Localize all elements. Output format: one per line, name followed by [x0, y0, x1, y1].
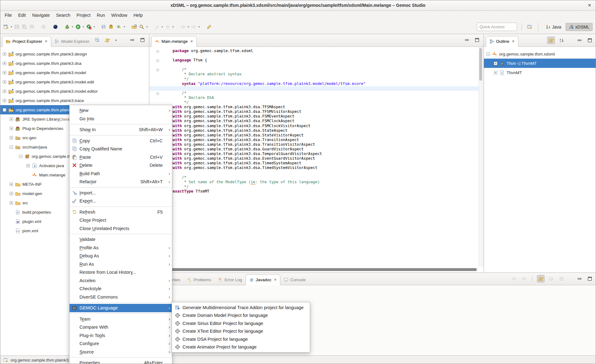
submenu-item-create-dsa-project[interactable]: Create DSA Project for language	[172, 335, 310, 343]
code-line[interactable]: with org.gemoc.sample.tfsm.plaink3.dsa.S…	[149, 133, 479, 138]
code-line[interactable]: /*	[149, 91, 479, 95]
code-line[interactable]: with org.gemoc.sample.tfsm.plaink3.dsa.T…	[149, 138, 479, 142]
bottom-tab-error-log[interactable]: Error Log	[215, 275, 246, 285]
menu-item-plug-in-tools[interactable]: Plug-in Tools›	[70, 331, 172, 340]
tree-expander-icon[interactable]: −	[10, 145, 13, 149]
tab-close-icon[interactable]: ✕	[190, 39, 193, 43]
menu-item-debug-as[interactable]: Debug As›	[70, 252, 172, 260]
menu-item-gemoc-language[interactable]: GEMOC Language›	[70, 304, 172, 312]
forward-dropdown[interactable]: ▾	[197, 25, 201, 28]
minimize-button[interactable]	[463, 37, 470, 43]
collapse-all-button[interactable]	[94, 37, 101, 43]
code-line[interactable]	[149, 86, 479, 91]
code-line[interactable]: */	[149, 184, 479, 189]
osgi-console-button[interactable]	[52, 23, 59, 31]
menu-file[interactable]: File	[2, 11, 15, 20]
tree-expander-icon[interactable]: +	[494, 62, 497, 65]
menu-item-close-unrelated-projects[interactable]: Close Unrelated Projects	[70, 224, 172, 233]
tab-close-icon[interactable]: ✕	[274, 278, 277, 282]
bottom-tab-javadoc[interactable]: @Javadoc✕	[246, 274, 281, 285]
menu-item-build-path[interactable]: Build Path›	[70, 170, 172, 178]
code-editor[interactable]: package org.gemoc.sample.tfsm.xdsml lang…	[149, 47, 484, 273]
code-line[interactable]: with org.gemoc.sample.tfsm.plaink3.dsa.G…	[149, 147, 479, 152]
code-line[interactable]: * Declare DSA	[149, 95, 479, 100]
project-tree-row[interactable]: +org.gemoc.sample.tfsm.plaink3.model.edi…	[0, 77, 149, 87]
scrollbar-thumb[interactable]	[150, 268, 476, 271]
menu-window[interactable]: Window	[108, 11, 130, 20]
code-line[interactable]: with org.gemoc.sample.tfsm.plaink3.dsa.T…	[149, 142, 479, 147]
tree-expander-icon[interactable]: +	[3, 62, 6, 65]
code-line[interactable]: with org.gemoc.sample.tfsm.plaink3.dsa.T…	[149, 166, 479, 170]
menu-item-profile-as[interactable]: Profile As›	[70, 244, 172, 252]
tree-expander-icon[interactable]: +	[10, 136, 13, 140]
project-tree-row[interactable]: +org.gemoc.sample.tfsm.plaink3.dsa	[0, 59, 149, 68]
menu-item-team[interactable]: Team›	[70, 315, 172, 323]
outline-tree-row[interactable]: −org.gemoc.sample.tfsm.xdsml	[484, 49, 596, 59]
profile-button[interactable]	[85, 23, 93, 31]
open-plugin-artifact-button[interactable]	[130, 23, 138, 31]
perspective-xdsml-button[interactable]: xDSML	[566, 23, 593, 31]
menu-item-export-[interactable]: Export...	[70, 197, 172, 205]
code-line[interactable]: language Tfsm {	[149, 58, 479, 63]
debug-dropdown[interactable]: ▾	[71, 25, 74, 28]
quick-access-input[interactable]	[477, 23, 517, 31]
menu-item-new[interactable]: New›	[70, 106, 172, 115]
menu-run[interactable]: Run	[94, 11, 108, 20]
view-menu-icon[interactable]: ▾	[114, 38, 118, 42]
project-explorer-tab-project-explorer[interactable]: Project Explorer✕	[2, 36, 51, 47]
menu-item-compare-with[interactable]: Compare With›	[70, 323, 172, 331]
menu-help[interactable]: Help	[130, 11, 146, 20]
new-class-button[interactable]: C	[115, 23, 123, 31]
maximize-button[interactable]	[474, 37, 481, 43]
window-close-button[interactable]: ✕	[588, 0, 591, 11]
tree-expander-icon[interactable]: +	[3, 90, 6, 93]
tree-expander-icon[interactable]: +	[10, 201, 13, 205]
code-line[interactable]: */	[149, 77, 479, 82]
menu-item-properties[interactable]: PropertiesAlt+Enter	[70, 359, 172, 364]
tree-expander-icon[interactable]: +	[10, 127, 13, 130]
tree-expander-icon[interactable]: +	[3, 71, 6, 74]
menu-item-checkstyle[interactable]: Checkstyle›	[70, 285, 172, 293]
code-line[interactable]: with org.gemoc.sample.tfsm.plaink3.dsa.T…	[149, 109, 479, 114]
code-line[interactable]: */	[149, 100, 479, 105]
menu-item-source[interactable]: Source›	[70, 348, 172, 356]
project-tree-row[interactable]: +org.gemoc.sample.tfsm.plaink3.model	[0, 68, 149, 77]
menu-item-acceleo[interactable]: Acceleo›	[70, 277, 172, 285]
submenu-item-create-sirius-editor[interactable]: Create Sirius Editor Project for languag…	[172, 319, 310, 327]
project-tree-row[interactable]: +org.gemoc.sample.tfsm.plaink3.trace	[0, 96, 149, 105]
search-button[interactable]	[138, 23, 145, 31]
tree-expander-icon[interactable]: +	[26, 164, 30, 167]
menu-item-validate[interactable]: Validate	[70, 235, 172, 244]
menu-item-go-into[interactable]: Go Into	[70, 115, 172, 123]
mark-occurrences-dropdown[interactable]: ▾	[160, 25, 164, 28]
tree-expander-icon[interactable]: +	[10, 192, 13, 195]
menu-item-restore-from-local-history-[interactable]: Restore from Local History...	[70, 268, 172, 277]
outline-tab-outline[interactable]: Outline✕	[486, 36, 518, 47]
menu-item-copy-qualified-name[interactable]: Copy Qualified Name	[70, 145, 172, 153]
minimize-button[interactable]	[129, 37, 136, 43]
link-editor-button[interactable]	[547, 37, 555, 44]
code-line[interactable]: with org.gemoc.sample.tfsm.plaink3.dsa.F…	[149, 119, 479, 123]
back-dropdown[interactable]: ▾	[187, 25, 190, 28]
maximize-button[interactable]	[586, 37, 593, 44]
menu-edit[interactable]: Edit	[15, 11, 29, 20]
code-line[interactable]: with org.gemoc.sample.tfsm.plaink3.dsa.F…	[149, 124, 479, 128]
submenu-item-create-xtext-editor[interactable]: Create XText Editor Project for language	[172, 327, 310, 335]
tree-expander-icon[interactable]: +	[3, 52, 6, 56]
code-line[interactable]: with org.gemoc.sample.tfsm.plaink3.dsa.F…	[149, 114, 479, 119]
menu-search[interactable]: Search	[53, 11, 74, 20]
code-line[interactable]	[149, 53, 479, 58]
menu-item-copy[interactable]: CopyCtrl+C	[70, 137, 172, 145]
submenu-item-create-domain-model[interactable]: Create Domain Model Project for language	[172, 312, 310, 320]
code-line[interactable]	[149, 63, 479, 67]
code-line[interactable]: with org.gemoc.sample.tfsm.plaink3.dsa.E…	[149, 156, 479, 161]
outline-tree-row[interactable]: +TfsmMT	[484, 68, 596, 77]
new-class-dropdown[interactable]: ▾	[123, 25, 126, 28]
maximize-button[interactable]	[586, 275, 593, 282]
submenu-item-create-animator-project[interactable]: Create Animator Project for language	[172, 343, 310, 351]
tree-expander-icon[interactable]: +	[3, 80, 6, 84]
outline-tree-row[interactable]: +Tfsm ◁ TfsmMT	[484, 59, 596, 68]
project-tree-row[interactable]: +org.gemoc.sample.tfsm.plaink3.design	[0, 49, 149, 59]
code-line[interactable]: syntax "platform:/resource/org.gemoc.sam…	[149, 82, 479, 86]
tab-close-icon[interactable]: ✕	[45, 39, 47, 43]
